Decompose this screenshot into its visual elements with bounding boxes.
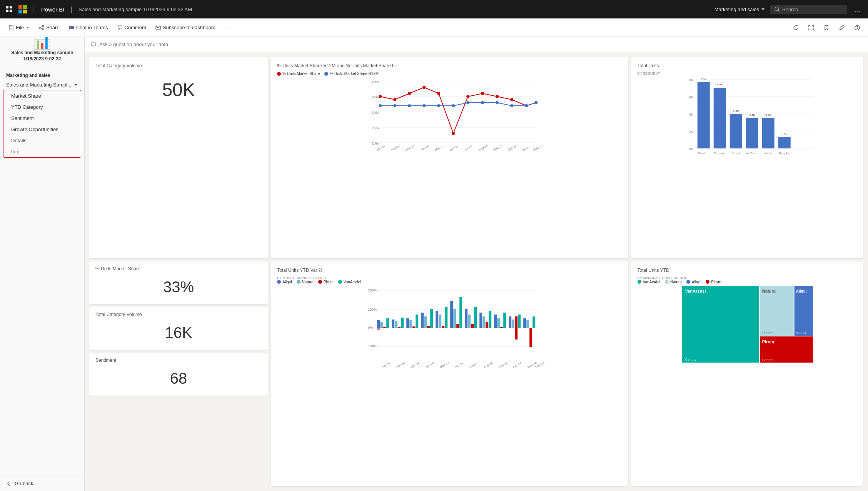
comment-button[interactable]: Comment [114,23,150,32]
sidebar-item-label: Details [11,138,27,143]
legend-item-red: % Units Market Share [277,72,320,76]
share-label: Share [46,25,60,30]
bookmark-button[interactable] [820,22,833,34]
fullscreen-button[interactable] [805,22,817,34]
svg-rect-112 [398,327,401,328]
svg-rect-138 [494,315,497,328]
more-options-button[interactable]: ... [221,23,233,32]
svg-point-43 [510,98,513,101]
svg-text:Dec-14: Dec-14 [533,144,543,152]
tile-title: Total Category Volume [95,312,262,317]
legend-pirum: Pirum [318,280,334,284]
svg-rect-144 [515,316,517,328]
tile-value: 50K [95,72,262,108]
svg-text:Jun-14: Jun-14 [454,361,464,369]
edit-button[interactable] [836,22,848,34]
svg-rect-10 [9,25,13,30]
svg-text:Central: Central [762,358,773,362]
search-box[interactable]: Search [770,5,847,14]
tile-total-units-ytd[interactable]: Total Units YTD BY MANUFACTURER, REGION … [631,261,863,487]
sidebar-item-market-share[interactable]: Market Share [3,90,81,102]
topbar-more-button[interactable]: ... [851,5,863,13]
svg-rect-7 [23,10,27,13]
svg-rect-141 [503,313,506,328]
svg-point-56 [525,104,528,107]
svg-rect-164 [682,286,759,363]
svg-text:1.3K: 1.3K [781,133,788,136]
svg-text:40%: 40% [372,80,379,84]
svg-text:25%: 25% [372,126,379,130]
tile-title: Total Units YTD Var % [277,268,622,273]
sidebar-item-sentiment[interactable]: Sentiment [3,113,81,124]
workspace-selector[interactable]: Marketing and sales [714,7,765,12]
tile-total-units-ytd-var[interactable]: Total Units YTD Var % BY MONTH, MANUFACT… [271,261,628,487]
svg-text:Aug-14: Aug-14 [478,144,489,152]
topbar: | Power BI | Sales and Marketing sample … [0,0,868,18]
svg-text:3.8K: 3.8K [733,110,739,113]
tile-units-market-share-chart[interactable]: % Units Market Share R12M and % Units Ma… [271,57,628,258]
subscribe-label: Subscribe to dashboard [163,25,215,30]
svg-text:3.4K: 3.4K [765,113,771,117]
tile-title: Total Units YTD [638,268,857,273]
svg-text:35%: 35% [372,95,379,99]
tile-value: 33% [95,275,262,300]
svg-rect-128 [456,324,459,328]
svg-rect-124 [442,326,444,328]
svg-rect-126 [450,301,453,328]
svg-line-17 [41,28,42,29]
svg-text:20%: 20% [372,141,379,145]
sidebar-item-ytd-category[interactable]: YTD Category [3,102,81,113]
file-button[interactable]: File [5,23,33,32]
sidebar: 📊 Sales and Marketing sample 1/19/2023 9… [0,18,85,491]
legend-dot [665,280,669,284]
legend-aliqui: Aliqui [277,280,292,284]
subscribe-button[interactable]: Subscribe to dashboard [152,23,219,32]
sidebar-item-info[interactable]: Info [3,146,81,157]
svg-text:6.7K: 6.7K [716,83,723,87]
svg-rect-134 [479,313,482,328]
tile-title: Sentiment [95,358,262,363]
tile-total-category-volume-2[interactable]: Total Category Volume 16K [89,307,268,350]
svg-text:Sep-14: Sep-14 [498,361,508,369]
svg-rect-135 [482,316,485,328]
svg-rect-90 [778,137,790,148]
legend-pirum: Pirum [706,280,721,284]
svg-rect-133 [474,307,477,328]
tile-total-category-volume-1[interactable]: Total Category Volume 50K [89,57,268,258]
tile-title: % Units Market Share [95,266,262,271]
grouped-bar-chart-svg: 200% 100% 0% -100% [277,286,622,370]
topbar-divider: | [33,5,35,13]
info-button[interactable] [851,22,863,34]
sidebar-pages-header[interactable]: Sales and Marketing Sampl... [0,80,84,90]
legend-dot [706,280,709,284]
tile-value: 16K [95,320,262,345]
svg-rect-116 [412,326,415,328]
svg-text:May-...: May-... [434,144,444,152]
tile-pct-units-market-share[interactable]: % Units Market Share 33% [89,261,268,304]
app-grid-button[interactable] [5,5,14,14]
sidebar-item-growth[interactable]: Growth Opportunities [3,124,81,135]
svg-point-40 [466,95,469,98]
legend-dot [686,280,690,284]
tile-total-units-segment[interactable]: Total Units BY SEGMENT 8K 6K 4K 2K 0K 7.… [631,57,863,258]
tile-sentiment[interactable]: Sentiment 68 [89,353,268,396]
svg-rect-110 [392,320,394,328]
svg-text:Dec-14: Dec-14 [535,361,545,369]
svg-rect-129 [459,297,462,328]
svg-rect-3 [10,10,12,12]
svg-rect-120 [427,326,430,328]
qa-input[interactable] [99,42,862,47]
chat-in-teams-button[interactable]: T Chat in Teams [65,23,112,32]
legend-aliqui: Aliqui [686,280,701,284]
svg-text:Feb-14: Feb-14 [391,144,401,152]
svg-point-49 [422,104,426,107]
go-back-button[interactable]: Go back [0,476,84,491]
refresh-button[interactable] [790,22,802,34]
share-button[interactable]: Share [35,23,63,32]
more-label: ... [225,25,229,30]
legend-label: Natura [302,280,314,284]
svg-rect-119 [424,316,427,328]
sidebar-item-details[interactable]: Details [3,135,81,146]
svg-rect-82 [713,88,726,148]
qa-bar[interactable] [85,37,868,52]
